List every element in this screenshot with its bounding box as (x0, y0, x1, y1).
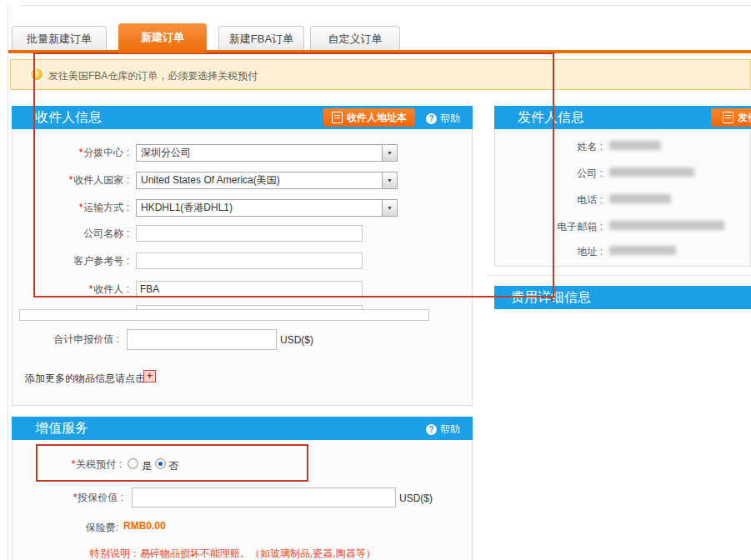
declared-total-unit: USD($) (280, 334, 313, 346)
fees-panel-title: 费用详细信息 (511, 286, 591, 309)
tab-batch-create-order[interactable]: 批量新建订单 (12, 26, 107, 50)
company-name-label: 公司名称 : (17, 225, 129, 242)
tab-create-fba-order[interactable]: 新建FBA订单 (218, 26, 304, 50)
sender-name-redacted-value (609, 141, 661, 150)
add-item-plus-icon[interactable]: + (143, 370, 156, 382)
duty-prepaid-no-radio[interactable] (155, 458, 166, 469)
duty-prepaid-label: *关税预付 : (17, 458, 122, 471)
left-page-border (8, 5, 8, 560)
insured-value-label: *投保价值 : (17, 488, 123, 508)
recipient-address-book-button[interactable]: 收件人地址本 (323, 108, 415, 127)
duty-prepaid-no-label[interactable]: 否 (168, 459, 178, 473)
insurance-fee-value: RMB0.00 (123, 520, 166, 532)
chevron-down-icon[interactable]: ▼ (382, 200, 397, 216)
required-mark: * (79, 202, 83, 213)
vas-help-link[interactable]: ? 帮助 (426, 422, 460, 437)
tab-create-order[interactable]: 新建订单 (118, 23, 207, 53)
required-mark: * (69, 174, 73, 186)
tab-custom-order[interactable]: 自定义订单 (310, 26, 400, 50)
recipient-name-input[interactable] (136, 281, 363, 298)
sender-email-redacted-value (609, 221, 724, 230)
insured-value-unit: USD($) (399, 492, 433, 504)
company-name-input[interactable] (136, 225, 363, 242)
sender-company-redacted-value (609, 168, 694, 177)
question-mark-icon: ? (426, 424, 437, 435)
chevron-down-icon[interactable]: ▼ (382, 145, 397, 161)
sender-phone-redacted-value (609, 194, 671, 203)
sender-address-redacted-value (609, 246, 676, 255)
sender-name-label: 姓名 : (528, 140, 603, 154)
recipient-country-select[interactable]: United States Of America(美国) ▼ (136, 172, 398, 189)
recipient-help-label: 帮助 (440, 112, 460, 126)
special-note-text: 特别说明：易碎物品损坏不能理赔。（如玻璃制品,瓷器,陶器等） (90, 547, 376, 560)
info-icon: i (31, 68, 43, 80)
required-mark: * (72, 458, 76, 470)
address-book-icon (332, 112, 343, 123)
duty-prepaid-yes-radio[interactable] (128, 458, 138, 469)
duty-prepaid-yes-label[interactable]: 是 (142, 459, 152, 473)
sender-email-label: 电子邮箱 : (511, 220, 603, 234)
chevron-down-icon[interactable]: ▼ (382, 172, 397, 188)
vas-panel-title: 增值服务 (35, 417, 88, 440)
recipient-panel-title: 收件人信息 (35, 106, 102, 129)
dispatch-center-select[interactable]: 深圳分公司 ▼ (136, 144, 398, 162)
vas-help-label: 帮助 (440, 422, 460, 437)
sender-panel-title: 发件人信息 (518, 106, 584, 129)
dispatch-center-label: *分拨中心 : (17, 144, 129, 162)
notice-text: 发往美国FBA仓库的订单，必须要选择关税预付 (48, 69, 258, 83)
order-create-page: 批量新建订单 新建订单 新建FBA订单 自定义订单 i 发往美国FBA仓库的订单… (0, 0, 751, 560)
right-column-divider (488, 275, 751, 276)
recipient-country-label: *收件人国家 : (17, 172, 129, 189)
address-book-icon (723, 112, 733, 123)
declared-total-input[interactable] (127, 329, 277, 350)
customer-ref-label: 客户参考号 : (17, 252, 129, 269)
insurance-fee-label: 保险费: (17, 521, 118, 535)
recipient-address-book-label: 收件人地址本 (347, 111, 407, 125)
sender-address-book-label: 发件 (738, 111, 751, 125)
sender-phone-label: 电话 : (528, 193, 603, 208)
shipping-method-select[interactable]: HKDHL1(香港DHL1) ▼ (136, 199, 398, 217)
insured-value-input[interactable] (132, 488, 396, 508)
customer-ref-input[interactable] (136, 252, 363, 269)
recipient-country-value: United States Of America(美国) (137, 173, 382, 188)
required-mark: * (79, 147, 83, 158)
shipping-method-label: *运输方式 : (17, 199, 129, 217)
top-divider (21, 5, 751, 6)
declared-total-label: 合计申报价值 : (17, 329, 119, 350)
recipient-help-link[interactable]: ? 帮助 (426, 112, 460, 126)
recipient-name-label: *收件人 : (17, 281, 129, 298)
sender-address-label: 地址 : (528, 245, 603, 259)
sender-company-label: 公司 : (528, 167, 603, 181)
items-section-clipped (19, 309, 429, 321)
required-mark: * (89, 283, 93, 295)
required-mark: * (73, 492, 78, 503)
add-more-items-text: 添加更多的物品信息请点击： (25, 372, 155, 386)
sender-address-book-button[interactable]: 发件 (711, 108, 751, 127)
question-mark-icon: ? (426, 113, 437, 124)
dispatch-center-value: 深圳分公司 (137, 146, 382, 160)
shipping-method-value: HKDHL1(香港DHL1) (137, 201, 382, 215)
